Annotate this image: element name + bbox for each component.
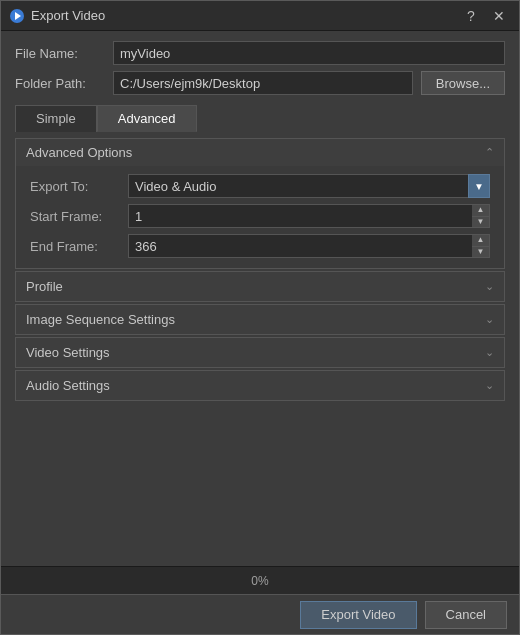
window-title: Export Video	[31, 8, 459, 23]
tab-bar: Simple Advanced	[15, 105, 505, 132]
file-name-label: File Name:	[15, 46, 105, 61]
advanced-options-chevron-icon: ⌃	[485, 146, 494, 159]
profile-section: Profile ⌄	[15, 271, 505, 302]
start-frame-decrement-button[interactable]: ▼	[472, 217, 489, 228]
folder-path-row: Folder Path: Browse...	[15, 71, 505, 95]
window-controls: ? ✕	[459, 6, 511, 26]
start-frame-row: Start Frame: ▲ ▼	[30, 204, 490, 228]
audio-settings-chevron-icon: ⌄	[485, 379, 494, 392]
profile-chevron-icon: ⌄	[485, 280, 494, 293]
export-to-dropdown[interactable]: Video & Audio Video Only Audio Only Imag…	[128, 174, 490, 198]
close-button[interactable]: ✕	[487, 6, 511, 26]
video-settings-header[interactable]: Video Settings ⌄	[16, 338, 504, 367]
end-frame-row: End Frame: ▲ ▼	[30, 234, 490, 258]
profile-section-label: Profile	[26, 279, 63, 294]
tab-advanced[interactable]: Advanced	[97, 105, 197, 132]
image-sequence-settings-header[interactable]: Image Sequence Settings ⌄	[16, 305, 504, 334]
advanced-options-inner: Export To: Video & Audio Video Only Audi…	[16, 166, 504, 268]
tab-content-advanced: Advanced Options ⌃ Export To: Video & Au…	[15, 138, 505, 556]
start-frame-spinner-buttons: ▲ ▼	[472, 204, 490, 228]
start-frame-input[interactable]	[128, 204, 472, 228]
audio-settings-label: Audio Settings	[26, 378, 110, 393]
audio-settings-header[interactable]: Audio Settings ⌄	[16, 371, 504, 400]
browse-button[interactable]: Browse...	[421, 71, 505, 95]
export-to-dropdown-wrapper: Video & Audio Video Only Audio Only Imag…	[128, 174, 490, 198]
export-to-row: Export To: Video & Audio Video Only Audi…	[30, 174, 490, 198]
folder-path-input[interactable]	[113, 71, 413, 95]
main-content: File Name: Folder Path: Browse... Simple…	[1, 31, 519, 566]
profile-section-header[interactable]: Profile ⌄	[16, 272, 504, 301]
progress-text: 0%	[251, 574, 268, 588]
folder-path-label: Folder Path:	[15, 76, 105, 91]
image-sequence-settings-label: Image Sequence Settings	[26, 312, 175, 327]
progress-bar-area: 0%	[1, 566, 519, 594]
start-frame-label: Start Frame:	[30, 209, 120, 224]
video-settings-label: Video Settings	[26, 345, 110, 360]
file-name-input[interactable]	[113, 41, 505, 65]
end-frame-spinner-buttons: ▲ ▼	[472, 234, 490, 258]
start-frame-increment-button[interactable]: ▲	[472, 205, 489, 217]
advanced-options-header[interactable]: Advanced Options ⌃	[16, 139, 504, 166]
end-frame-label: End Frame:	[30, 239, 120, 254]
start-frame-spinner: ▲ ▼	[128, 204, 490, 228]
tab-simple[interactable]: Simple	[15, 105, 97, 132]
audio-settings-section: Audio Settings ⌄	[15, 370, 505, 401]
end-frame-spinner: ▲ ▼	[128, 234, 490, 258]
advanced-options-label: Advanced Options	[26, 145, 132, 160]
image-sequence-settings-section: Image Sequence Settings ⌄	[15, 304, 505, 335]
export-video-window: Export Video ? ✕ File Name: Folder Path:…	[0, 0, 520, 635]
video-settings-chevron-icon: ⌄	[485, 346, 494, 359]
end-frame-input[interactable]	[128, 234, 472, 258]
file-name-row: File Name:	[15, 41, 505, 65]
export-video-button[interactable]: Export Video	[300, 601, 416, 629]
end-frame-decrement-button[interactable]: ▼	[472, 247, 489, 258]
app-icon	[9, 8, 25, 24]
advanced-options-section: Advanced Options ⌃ Export To: Video & Au…	[15, 138, 505, 269]
title-bar: Export Video ? ✕	[1, 1, 519, 31]
image-sequence-chevron-icon: ⌄	[485, 313, 494, 326]
export-to-label: Export To:	[30, 179, 120, 194]
cancel-button[interactable]: Cancel	[425, 601, 507, 629]
footer: Export Video Cancel	[1, 594, 519, 634]
end-frame-increment-button[interactable]: ▲	[472, 235, 489, 247]
video-settings-section: Video Settings ⌄	[15, 337, 505, 368]
help-button[interactable]: ?	[459, 6, 483, 26]
